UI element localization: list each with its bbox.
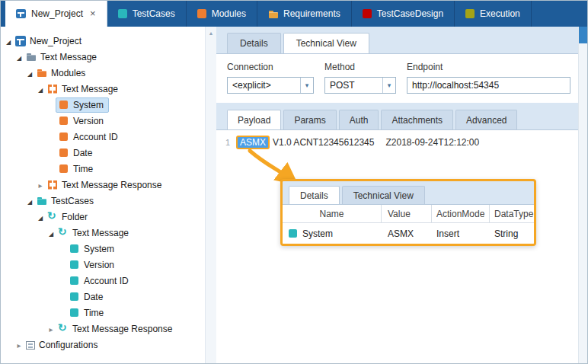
execution-icon <box>465 9 475 18</box>
collapse-arrow-icon[interactable] <box>4 36 13 46</box>
tree-item-configurations[interactable]: Configurations <box>1 337 205 353</box>
tree-item-testcase-version[interactable]: Version <box>1 257 205 273</box>
collapse-arrow-icon[interactable] <box>25 196 34 206</box>
tab-label: New_Project <box>31 8 83 19</box>
attribute-icon <box>59 117 68 125</box>
tab-modules[interactable]: Modules <box>187 1 257 27</box>
tree-item-testcases[interactable]: TestCases <box>1 193 205 209</box>
tab-requirements[interactable]: Requirements <box>257 1 352 27</box>
tab-auth[interactable]: Auth <box>339 110 379 129</box>
tree-item-testcase-time[interactable]: Time <box>1 305 205 321</box>
tab-attachments[interactable]: Attachments <box>381 110 453 129</box>
tab-params[interactable]: Params <box>283 110 336 129</box>
testcase-icon <box>58 324 69 334</box>
tab-technical-view[interactable]: Technical View <box>283 33 369 53</box>
collapse-arrow-icon[interactable] <box>46 228 56 238</box>
attribute-icon <box>70 260 78 269</box>
attribute-icon <box>70 244 78 253</box>
column-header-actionmode[interactable]: ActionMode <box>432 205 490 222</box>
tab-label: Requirements <box>283 8 340 19</box>
popup-tabs: Details Technical View <box>283 181 534 204</box>
main-panel: Details Technical View Connection <expli… <box>216 27 578 363</box>
details-popup: Details Technical View Name Value Action… <box>280 179 536 246</box>
tab-label: Modules <box>212 8 246 19</box>
table-row[interactable]: System ASMX Insert String <box>283 223 534 244</box>
scroll-up-icon[interactable] <box>206 27 216 39</box>
project-icon <box>16 9 26 18</box>
tree-scrollbar[interactable] <box>205 27 216 363</box>
project-icon <box>15 36 26 46</box>
payload-editor[interactable]: 1 ASMX V1.0 ACNT12345612345 Z2018-09-24T… <box>216 129 578 363</box>
tree-item-testcase-folder[interactable]: Folder <box>1 209 205 225</box>
tree-item-testcase-date[interactable]: Date <box>1 289 205 305</box>
attribute-icon <box>70 292 78 301</box>
main-scrollbar[interactable] <box>578 27 587 363</box>
collapse-arrow-icon[interactable] <box>14 52 24 62</box>
expand-arrow-icon[interactable] <box>14 340 24 350</box>
popup-tab-details[interactable]: Details <box>289 186 340 204</box>
tree-item-testcase-system[interactable]: System <box>1 241 205 257</box>
column-header-datatype[interactable]: DataType <box>490 205 534 222</box>
tree-item-testcase-account-id[interactable]: Account ID <box>1 273 205 289</box>
testcase-icon <box>47 212 58 222</box>
tree-item-module-date[interactable]: Date <box>1 145 205 161</box>
tab-details[interactable]: Details <box>227 33 281 53</box>
collapse-arrow-icon[interactable] <box>25 68 34 78</box>
dropdown-arrow-icon[interactable] <box>382 78 395 93</box>
attribute-icon <box>70 276 78 285</box>
tab-advanced[interactable]: Advanced <box>455 110 517 129</box>
endpoint-field: Endpoint http://localhost:54345 <box>407 62 570 94</box>
scrollbar-thumb[interactable] <box>579 27 587 43</box>
close-icon[interactable]: × <box>90 9 96 18</box>
attribute-icon <box>59 101 68 109</box>
attributes-table: Name Value ActionMode DataType System AS… <box>283 204 534 244</box>
tab-label: Execution <box>480 8 520 19</box>
folder-icon <box>26 52 37 62</box>
attribute-icon <box>59 164 68 173</box>
payload-tabs: Payload Params Auth Attachments Advanced <box>216 103 578 129</box>
tree-item-new-project[interactable]: New_Project <box>1 33 205 49</box>
expand-arrow-icon[interactable] <box>46 324 56 334</box>
tab-payload[interactable]: Payload <box>227 110 281 129</box>
dropdown-arrow-icon[interactable] <box>300 78 313 93</box>
expand-arrow-icon[interactable] <box>36 180 45 190</box>
tree-item-testcase-text-message[interactable]: Text Message <box>1 225 205 241</box>
connection-field: Connection <explicit> <box>227 62 314 94</box>
connection-form: Connection <explicit> Method POST Endpoi… <box>216 53 578 103</box>
attribute-icon <box>70 308 78 317</box>
tab-testcases[interactable]: TestCases <box>107 1 187 27</box>
attribute-icon <box>59 148 68 157</box>
testcases-icon <box>118 9 127 18</box>
folder-icon <box>37 196 47 206</box>
tree-item-module-account-id[interactable]: Account ID <box>1 129 205 145</box>
tree-item-testcase-text-message-response[interactable]: Text Message Response <box>1 321 205 337</box>
popup-tab-technical-view[interactable]: Technical View <box>342 186 425 204</box>
tree-item-module-version[interactable]: Version <box>1 113 205 129</box>
document-tabbar: New_Project × TestCases Modules Requirem… <box>1 1 587 27</box>
tree-item-modules[interactable]: Modules <box>1 65 205 81</box>
connection-label: Connection <box>227 62 314 72</box>
cell-name: System <box>302 228 333 239</box>
tree-item-module-system[interactable]: System <box>1 97 205 113</box>
cell-value: ASMX <box>382 223 432 244</box>
tree-item-module-time[interactable]: Time <box>1 161 205 177</box>
module-icon <box>47 180 58 190</box>
collapse-arrow-icon[interactable] <box>36 84 45 94</box>
tab-new-project[interactable]: New_Project × <box>5 1 107 27</box>
tree-item-text-message-component[interactable]: Text Message <box>1 49 205 65</box>
endpoint-input[interactable]: http://localhost:54345 <box>407 77 570 94</box>
application-window: New_Project × TestCases Modules Requirem… <box>0 0 588 364</box>
tab-execution[interactable]: Execution <box>455 1 532 27</box>
payload-timestamp: Z2018-09-24T12:12:00 <box>385 137 479 148</box>
modules-icon <box>197 9 206 18</box>
column-header-value[interactable]: Value <box>382 205 432 222</box>
tree-item-module-text-message[interactable]: Text Message <box>1 81 205 97</box>
column-header-name[interactable]: Name <box>283 205 382 222</box>
collapse-arrow-icon[interactable] <box>36 212 45 222</box>
tree-item-module-text-message-response[interactable]: Text Message Response <box>1 177 205 193</box>
project-tree: New_Project Text Message Modules Text Me… <box>1 27 205 363</box>
tab-testcasedesign[interactable]: TestCaseDesign <box>352 1 455 27</box>
connection-select[interactable]: <explicit> <box>227 77 314 94</box>
tab-label: TestCases <box>133 8 175 19</box>
method-select[interactable]: POST <box>324 77 396 94</box>
